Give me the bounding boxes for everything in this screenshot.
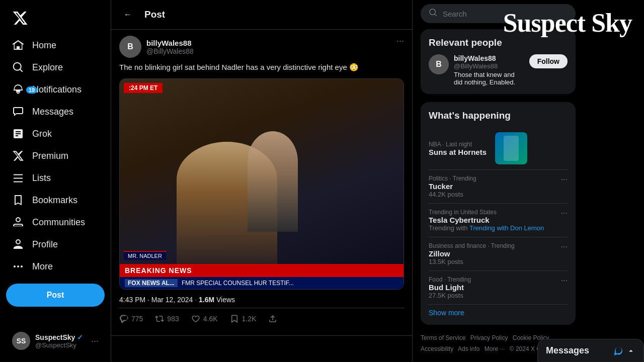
lists-icon — [12, 172, 24, 184]
trending-more-button[interactable]: ··· — [561, 242, 568, 251]
footer-terms[interactable]: Terms of Service — [421, 334, 465, 341]
post-button[interactable]: Post — [6, 284, 105, 307]
relevant-person: B billyWales88 @BillyWales88 Those that … — [429, 54, 568, 86]
tweet-user-row: B billyWales88 @BillyWales88 ··· — [119, 36, 404, 58]
relevant-person-name[interactable]: billyWales88 — [454, 54, 524, 62]
tweet-timestamp: 4:43 PM · Mar 12, 2024 — [119, 296, 193, 304]
sidebar-item-more[interactable]: More — [6, 255, 105, 278]
tweet-meta: 4:43 PM · Mar 12, 2024 · 1.6M Views — [119, 296, 404, 304]
sidebar-item-label: Grok — [32, 129, 52, 139]
post-header: ← Post — [111, 0, 412, 30]
trending-item[interactable]: NBA · Last night Suns at Hornets — [429, 127, 568, 170]
follow-button[interactable]: Follow — [529, 54, 568, 68]
trending-name: Tesla Cybertruck — [429, 216, 568, 224]
footer-accessibility[interactable]: Accessibility — [421, 345, 453, 352]
reply-action[interactable]: 775 — [119, 314, 143, 323]
messages-float[interactable]: Messages — [537, 339, 644, 362]
trending-count: 27.5K posts — [429, 292, 568, 299]
news-ticker: FMR SPECIAL COUNSEL HUR TESTIF... — [182, 280, 294, 287]
breaking-news-bar: BREAKING NEWS — [120, 264, 404, 277]
avatar: SS — [12, 332, 30, 350]
name-plate: MR. NADLER — [124, 251, 166, 260]
sidebar-item-grok[interactable]: Grok — [6, 123, 105, 145]
whats-happening-card: What's happening NBA · Last night Suns a… — [421, 102, 576, 325]
footer-more[interactable]: More ··· — [485, 345, 505, 352]
tweet-more-button[interactable]: ··· — [396, 36, 404, 46]
sidebar-item-premium[interactable]: Premium — [6, 145, 105, 167]
sidebar-item-communities[interactable]: Communities — [6, 211, 105, 233]
verified-icon: ✓ — [77, 333, 83, 341]
sidebar-item-label: More — [32, 261, 53, 272]
trending-item[interactable]: Politics · Trending Tucker 44.2K posts ·… — [429, 170, 568, 204]
back-button[interactable]: ← — [119, 6, 136, 23]
tweet-image-inner: :24 PM ET BREAKING NEWS FOX NEWS AL... F… — [120, 79, 404, 289]
sidebar-item-lists[interactable]: Lists — [6, 167, 105, 189]
sidebar-item-explore[interactable]: Explore — [6, 56, 105, 78]
fox-logo: FOX NEWS AL... — [125, 279, 178, 287]
trending-name: Tucker — [429, 182, 568, 191]
sidebar-item-label: Communities — [32, 217, 85, 228]
collapse-messages-icon[interactable] — [626, 346, 635, 355]
premium-icon — [12, 150, 24, 162]
x-logo[interactable] — [6, 4, 105, 32]
bookmark-action[interactable]: 1.2K — [230, 314, 257, 323]
relevant-person-avatar[interactable]: B — [429, 54, 449, 74]
tweet-body: B billyWales88 @BillyWales88 ··· The no … — [111, 30, 412, 336]
trending-more-button[interactable]: ··· — [561, 175, 568, 184]
search-icon — [429, 8, 438, 19]
sidebar-item-bookmarks[interactable]: Bookmarks — [6, 189, 105, 211]
more-icon — [12, 260, 24, 273]
tweet-author-avatar[interactable]: B — [119, 36, 141, 58]
profile-icon — [12, 238, 24, 250]
tweet-views: 1.6M Views — [199, 296, 235, 304]
trending-count: 13.5K posts — [429, 258, 568, 265]
svg-point-1 — [17, 265, 19, 267]
trending-more-button[interactable]: ··· — [561, 209, 568, 218]
trending-more-button[interactable]: ··· — [561, 276, 568, 285]
right-sidebar: Relevant people B billyWales88 @BillyWal… — [413, 0, 584, 362]
like-action[interactable]: 4.6K — [191, 314, 218, 323]
messages-float-actions — [613, 346, 635, 355]
trending-item[interactable]: Trending in United States Tesla Cybertru… — [429, 204, 568, 237]
trending-name: Bud Light — [429, 283, 568, 292]
trending-category: Food · Trending — [429, 276, 568, 283]
notification-badge: 19 — [26, 86, 37, 94]
trending-item[interactable]: Food · Trending Bud Light 27.5K posts ··… — [429, 271, 568, 305]
retweet-action[interactable]: 983 — [155, 314, 179, 323]
sidebar-item-label: Bookmarks — [32, 195, 77, 206]
relevant-person-handle: @BillyWales88 — [454, 62, 524, 70]
trending-category: Politics · Trending — [429, 175, 568, 182]
tweet-author-name[interactable]: billyWales88 — [146, 39, 194, 47]
grok-icon — [12, 128, 24, 140]
tweet-user-left: B billyWales88 @BillyWales88 — [119, 36, 194, 58]
compose-message-icon[interactable] — [613, 346, 622, 355]
tweet-author-handle[interactable]: @BillyWales88 — [146, 47, 194, 55]
trending-category: Business and finance · Trending — [429, 242, 568, 249]
home-icon — [12, 39, 24, 51]
tweet-text: The no blinking girl sat behind Nadler h… — [119, 62, 404, 73]
time-badge: :24 PM ET — [124, 83, 163, 93]
sidebar-item-label: Messages — [32, 107, 73, 117]
messages-icon — [12, 106, 24, 118]
trending-item[interactable]: Business and finance · Trending Zillow 1… — [429, 237, 568, 271]
trending-count: 44.2K posts — [429, 191, 568, 198]
sidebar-item-profile[interactable]: Profile — [6, 233, 105, 255]
share-action[interactable] — [268, 314, 277, 323]
sidebar-user[interactable]: SS SuspectSky ✓ @SuspectSky ··· — [6, 328, 105, 354]
sidebar: Home Explore 19 Notifications Messages G… — [0, 0, 111, 362]
show-more-link[interactable]: Show more — [429, 309, 568, 317]
sidebar-item-label: Explore — [32, 62, 63, 73]
bookmarks-icon — [12, 194, 24, 206]
user-display-name: SuspectSky ✓ — [35, 333, 86, 341]
user-handle: @SuspectSky — [35, 341, 86, 349]
sidebar-item-home[interactable]: Home — [6, 34, 105, 56]
trending-name: Zillow — [429, 249, 568, 258]
tweet-image: :24 PM ET BREAKING NEWS FOX NEWS AL... F… — [119, 78, 404, 290]
sidebar-item-messages[interactable]: Messages — [6, 101, 105, 123]
sidebar-item-notifications[interactable]: 19 Notifications — [6, 78, 105, 101]
footer-ads[interactable]: Ads info — [458, 345, 479, 352]
footer-privacy[interactable]: Privacy Policy — [470, 334, 508, 341]
trending-category: Trending in United States — [429, 209, 568, 216]
relevant-person-info: billyWales88 @BillyWales88 Those that kn… — [454, 54, 524, 86]
tweet-author-info: billyWales88 @BillyWales88 — [146, 39, 194, 55]
